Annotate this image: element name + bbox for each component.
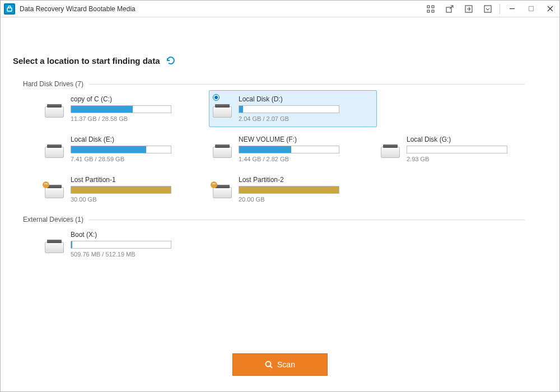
drive-name: Local Disk (E:) bbox=[71, 136, 203, 143]
section-divider bbox=[89, 220, 525, 220]
section-header-ext: External Devices (1) bbox=[23, 216, 547, 223]
page-heading: Select a location to start finding data bbox=[13, 55, 547, 66]
svg-point-9 bbox=[266, 362, 271, 367]
lost-partition-icon bbox=[45, 184, 64, 198]
usage-text: 2.93 GB bbox=[407, 156, 539, 162]
app-window: Data Recovery Wizard Bootable Media Sele… bbox=[0, 0, 560, 392]
lost-partition-icon bbox=[213, 184, 232, 198]
drive-item-lost1[interactable]: Lost Partition-1 30.00 GB bbox=[41, 171, 209, 208]
hard-drive-icon bbox=[213, 103, 232, 118]
svg-rect-3 bbox=[427, 10, 430, 12]
drive-item-d[interactable]: Local Disk (D:) 2.04 GB / 2.07 GB bbox=[209, 90, 377, 127]
usage-bar bbox=[407, 146, 507, 153]
drive-name: copy of C (C:) bbox=[71, 95, 203, 103]
drive-grid-hdd: copy of C (C:) 11.37 GB / 28.58 GB Local… bbox=[41, 90, 547, 208]
refresh-button[interactable] bbox=[166, 55, 176, 66]
usage-bar bbox=[239, 186, 339, 194]
usage-text: 11.37 GB / 28.58 GB bbox=[71, 115, 203, 122]
drive-item-e[interactable]: Local Disk (E:) 7.41 GB / 28.59 GB bbox=[41, 130, 209, 167]
drive-item-f[interactable]: NEW VOLUME (F:) 1.44 GB / 2.82 GB bbox=[209, 130, 377, 167]
usage-text: 7.41 GB / 28.59 GB bbox=[71, 156, 203, 162]
hard-drive-icon bbox=[213, 143, 232, 158]
maximize-button[interactable] bbox=[521, 1, 540, 17]
drive-item-c[interactable]: copy of C (C:) 11.37 GB / 28.58 GB bbox=[41, 90, 209, 127]
close-button[interactable] bbox=[540, 1, 559, 17]
scan-button-wrap: Scan bbox=[1, 353, 559, 376]
svg-rect-8 bbox=[529, 7, 533, 11]
svg-rect-1 bbox=[427, 6, 430, 8]
search-icon bbox=[265, 361, 273, 368]
usage-bar bbox=[71, 186, 171, 194]
toolbar-import-icon[interactable] bbox=[459, 1, 478, 17]
page-title: Select a location to start finding data bbox=[13, 56, 160, 66]
section-title-hdd: Hard Disk Drives (7) bbox=[23, 80, 83, 88]
drive-name: Boot (X:) bbox=[71, 231, 203, 239]
hard-drive-icon bbox=[45, 103, 64, 118]
drive-item-lost2[interactable]: Lost Partition-2 20.00 GB bbox=[209, 171, 377, 208]
drive-name: Local Disk (G:) bbox=[407, 136, 539, 143]
app-logo-icon bbox=[4, 3, 15, 15]
hard-drive-icon bbox=[381, 143, 400, 158]
drive-name: Local Disk (D:) bbox=[239, 95, 371, 103]
hard-drive-icon bbox=[45, 143, 64, 158]
minimize-button[interactable] bbox=[502, 1, 521, 17]
usage-bar bbox=[239, 105, 339, 113]
content-area: Select a location to start finding data … bbox=[1, 17, 559, 391]
svg-rect-2 bbox=[432, 6, 434, 8]
radio-icon bbox=[213, 94, 220, 101]
drive-item-x[interactable]: Boot (X:) 509.76 MB / 512.19 MB bbox=[41, 226, 209, 263]
section-title-ext: External Devices (1) bbox=[23, 216, 83, 223]
toolbar-grid-icon[interactable] bbox=[421, 1, 440, 17]
usage-bar bbox=[71, 241, 171, 249]
usage-text: 30.00 GB bbox=[71, 196, 203, 203]
svg-rect-4 bbox=[432, 10, 434, 12]
scan-button-label: Scan bbox=[277, 360, 295, 369]
usage-text: 1.44 GB / 2.82 GB bbox=[239, 156, 371, 162]
drive-name: NEW VOLUME (F:) bbox=[239, 136, 371, 143]
scan-button[interactable]: Scan bbox=[232, 353, 328, 376]
usage-bar bbox=[71, 105, 171, 113]
hard-drive-icon bbox=[45, 239, 64, 253]
usage-text: 509.76 MB / 512.19 MB bbox=[71, 251, 203, 258]
drive-item-g[interactable]: Local Disk (G:) 2.93 GB bbox=[377, 130, 545, 167]
drive-name: Lost Partition-2 bbox=[239, 176, 371, 184]
titlebar-divider bbox=[500, 4, 500, 14]
drive-name: Lost Partition-1 bbox=[71, 176, 203, 184]
section-divider bbox=[89, 84, 525, 85]
usage-text: 20.00 GB bbox=[239, 196, 371, 203]
usage-bar bbox=[71, 146, 171, 153]
svg-rect-7 bbox=[484, 6, 491, 12]
toolbar-export-icon[interactable] bbox=[440, 1, 459, 17]
toolbar-dropdown-icon[interactable] bbox=[478, 1, 497, 17]
usage-text: 2.04 GB / 2.07 GB bbox=[239, 115, 371, 122]
drive-grid-ext: Boot (X:) 509.76 MB / 512.19 MB bbox=[41, 226, 547, 263]
svg-rect-0 bbox=[7, 8, 12, 11]
window-title: Data Recovery Wizard Bootable Media bbox=[20, 5, 136, 13]
usage-bar bbox=[239, 146, 339, 153]
titlebar: Data Recovery Wizard Bootable Media bbox=[1, 1, 559, 17]
section-header-hdd: Hard Disk Drives (7) bbox=[23, 80, 547, 88]
